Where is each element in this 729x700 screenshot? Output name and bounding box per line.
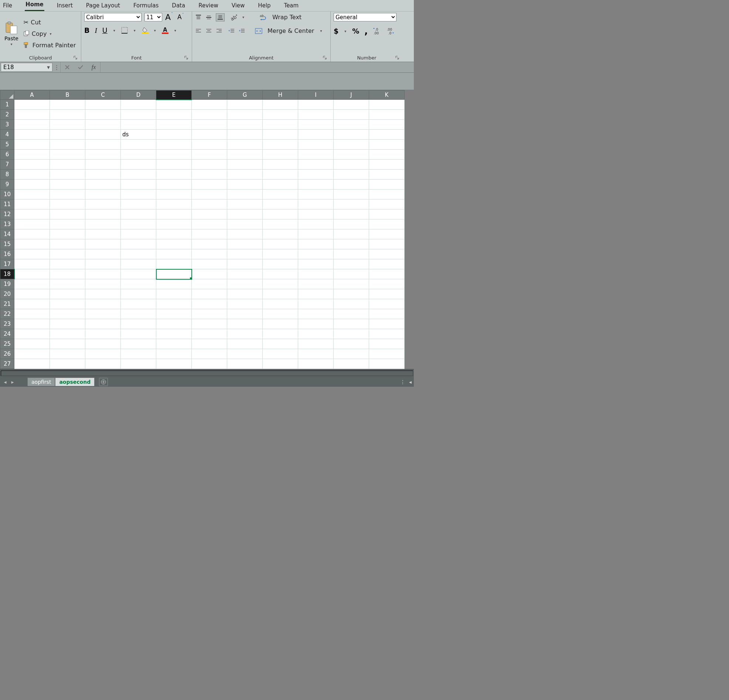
cell-H24[interactable] [263, 329, 298, 339]
cell-B20[interactable] [50, 289, 85, 299]
cell-E20[interactable] [156, 289, 192, 299]
cell-F27[interactable] [192, 359, 227, 369]
row-header-23[interactable]: 23 [0, 319, 15, 329]
cell-E22[interactable] [156, 309, 192, 319]
row-header-4[interactable]: 4 [0, 130, 15, 140]
cell-H8[interactable] [263, 170, 298, 180]
cell-H20[interactable] [263, 289, 298, 299]
cell-G12[interactable] [227, 209, 263, 219]
align-top-icon[interactable] [195, 14, 202, 20]
cell-I11[interactable] [298, 200, 334, 209]
sheet-tab-aopfirst[interactable]: aopfirst [28, 378, 55, 386]
row-header-22[interactable]: 22 [0, 309, 15, 319]
italic-button[interactable]: I [94, 27, 97, 34]
cell-K7[interactable] [369, 159, 405, 170]
cell-F9[interactable] [192, 180, 227, 190]
comma-format-button[interactable]: , [364, 27, 367, 35]
font-size-select[interactable]: 11 [144, 13, 162, 22]
cell-H21[interactable] [263, 299, 298, 309]
cell-B3[interactable] [50, 120, 85, 130]
dialog-launcher-icon[interactable] [73, 55, 78, 60]
tab-team[interactable]: Team [283, 1, 300, 11]
cell-G11[interactable] [227, 200, 263, 209]
cell-F8[interactable] [192, 170, 227, 180]
horizontal-scrollbar[interactable] [1, 371, 413, 376]
cell-B27[interactable] [50, 359, 85, 369]
decrease-decimal-icon[interactable]: .00.0 [386, 28, 394, 35]
row-header-10[interactable]: 10 [0, 190, 15, 200]
tab-page-layout[interactable]: Page Layout [85, 1, 121, 11]
cell-F26[interactable] [192, 349, 227, 359]
font-color-icon[interactable]: A [162, 27, 168, 34]
bold-button[interactable]: B [84, 27, 89, 34]
cell-C12[interactable] [85, 209, 121, 219]
cell-D13[interactable] [121, 219, 156, 229]
cell-G13[interactable] [227, 219, 263, 229]
cell-J26[interactable] [334, 349, 369, 359]
cell-K4[interactable] [369, 130, 405, 140]
cell-C25[interactable] [85, 339, 121, 349]
dialog-launcher-icon[interactable] [184, 55, 189, 60]
cell-F16[interactable] [192, 249, 227, 259]
cell-C3[interactable] [85, 120, 121, 130]
row-header-18[interactable]: 18 [0, 269, 15, 279]
cell-G7[interactable] [227, 159, 263, 170]
cell-G21[interactable] [227, 299, 263, 309]
cell-B25[interactable] [50, 339, 85, 349]
cell-K3[interactable] [369, 120, 405, 130]
cell-C20[interactable] [85, 289, 121, 299]
cell-E9[interactable] [156, 180, 192, 190]
cell-C23[interactable] [85, 319, 121, 329]
cell-J6[interactable] [334, 149, 369, 159]
chevron-down-icon[interactable]: ▾ [174, 29, 177, 32]
cell-F5[interactable] [192, 140, 227, 149]
cell-C24[interactable] [85, 329, 121, 339]
align-left-icon[interactable] [195, 29, 202, 33]
cell-I19[interactable] [298, 279, 334, 289]
cell-I5[interactable] [298, 140, 334, 149]
decrease-indent-icon[interactable] [228, 29, 235, 33]
cell-A5[interactable] [15, 140, 50, 149]
cell-I1[interactable] [298, 100, 334, 110]
underline-button[interactable]: U [102, 27, 107, 34]
cell-J2[interactable] [334, 110, 369, 120]
cell-B22[interactable] [50, 309, 85, 319]
cell-J13[interactable] [334, 219, 369, 229]
name-box[interactable]: E18 ▼ [1, 63, 52, 72]
cell-F3[interactable] [192, 120, 227, 130]
cell-H16[interactable] [263, 249, 298, 259]
cell-D19[interactable] [121, 279, 156, 289]
column-header-H[interactable]: H [263, 90, 298, 100]
align-center-icon[interactable] [205, 29, 212, 33]
cell-F2[interactable] [192, 110, 227, 120]
cell-G6[interactable] [227, 149, 263, 159]
cell-D18[interactable] [121, 269, 156, 279]
cell-I15[interactable] [298, 239, 334, 249]
cell-D27[interactable] [121, 359, 156, 369]
cell-A25[interactable] [15, 339, 50, 349]
cell-B4[interactable] [50, 130, 85, 140]
cell-G16[interactable] [227, 249, 263, 259]
cell-G25[interactable] [227, 339, 263, 349]
tab-formulas[interactable]: Formulas [133, 1, 159, 11]
row-header-14[interactable]: 14 [0, 229, 15, 239]
cell-D2[interactable] [121, 110, 156, 120]
cell-I26[interactable] [298, 349, 334, 359]
increase-indent-icon[interactable] [239, 29, 245, 33]
cell-I13[interactable] [298, 219, 334, 229]
cell-B21[interactable] [50, 299, 85, 309]
sheet-nav-prev-small[interactable]: ◂ [409, 379, 412, 385]
cell-K17[interactable] [369, 259, 405, 269]
cell-G19[interactable] [227, 279, 263, 289]
cell-D23[interactable] [121, 319, 156, 329]
cell-A13[interactable] [15, 219, 50, 229]
cell-I14[interactable] [298, 229, 334, 239]
dialog-launcher-icon[interactable] [395, 55, 400, 60]
tab-file[interactable]: File [2, 1, 13, 11]
cell-H9[interactable] [263, 180, 298, 190]
cell-C14[interactable] [85, 229, 121, 239]
cell-D15[interactable] [121, 239, 156, 249]
cell-E14[interactable] [156, 229, 192, 239]
cell-E2[interactable] [156, 110, 192, 120]
cell-A24[interactable] [15, 329, 50, 339]
